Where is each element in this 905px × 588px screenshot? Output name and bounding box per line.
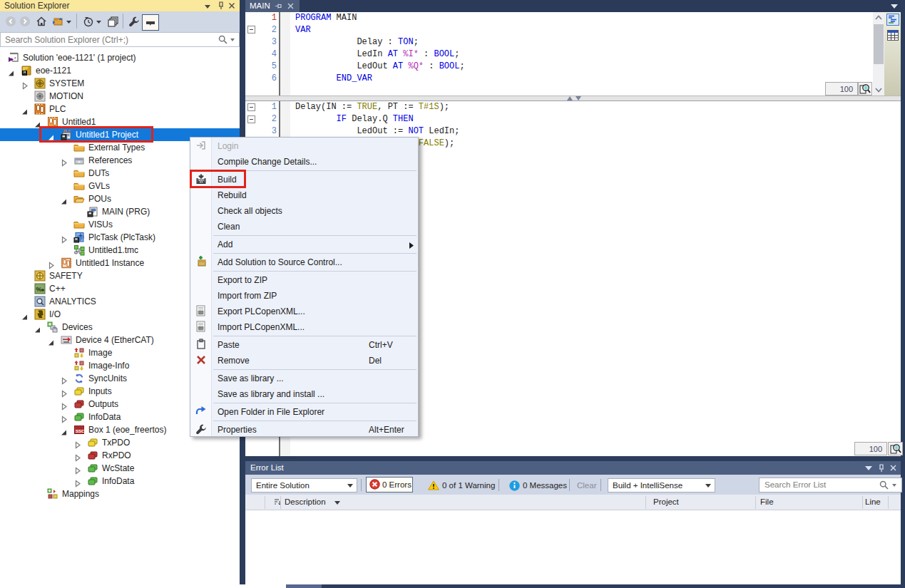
svg-text:SSC: SSC — [76, 429, 85, 433]
svg-text:%: % — [36, 286, 42, 293]
